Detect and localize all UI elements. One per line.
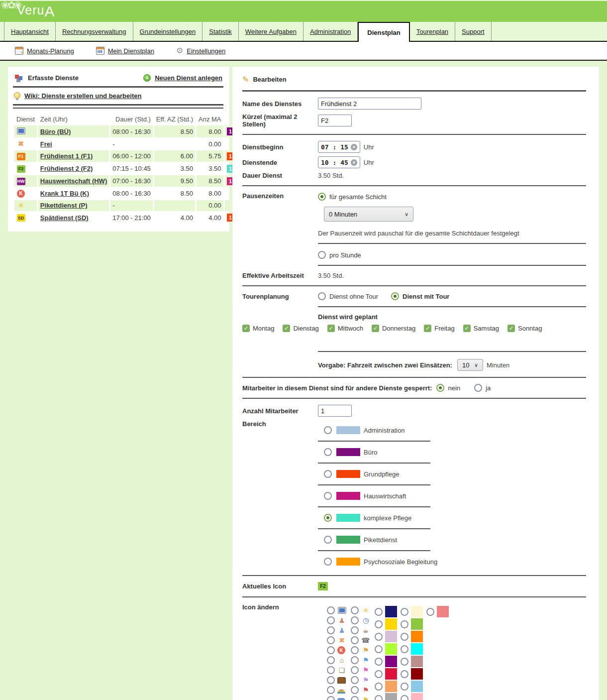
gesperrt-nein-radio[interactable] — [436, 384, 444, 392]
color-radio[interactable] — [375, 670, 383, 678]
icon-radio-picture-icon[interactable] — [327, 666, 335, 674]
icon-radio-phone-icon[interactable] — [351, 636, 359, 644]
tab-tourenplan[interactable]: Tourenplan — [410, 22, 455, 41]
fahrzeit-select[interactable]: 10 ∨ — [457, 359, 483, 371]
service-name-input[interactable] — [318, 98, 421, 110]
bereich-radio-hauswirtschaft[interactable] — [324, 492, 332, 500]
wiki-link[interactable]: Wiki: Dienste erstellen und bearbeiten — [24, 92, 141, 100]
icon-radio-car-icon[interactable] — [327, 696, 335, 700]
bereich-option-administration: Administration — [324, 425, 586, 436]
subnav-item-monats-planung[interactable]: Monats-Planung — [15, 47, 74, 55]
color-radio[interactable] — [401, 645, 408, 653]
icon-option: ☎ — [351, 635, 371, 645]
checkbox-checked-samstag[interactable]: ✓ — [463, 325, 471, 332]
tab-weitere-aufgaben[interactable]: Weitere Aufgaben — [239, 22, 304, 41]
bereich-radio-administration[interactable] — [324, 426, 332, 434]
icon-radio-asterisk-icon[interactable] — [351, 606, 359, 614]
bereich-radio-psychosoziale-begleitung[interactable] — [324, 558, 332, 566]
icon-radio-krank-icon[interactable] — [327, 646, 335, 654]
dienstende-input[interactable]: 10 : 45 × — [318, 156, 360, 168]
color-option — [401, 618, 424, 630]
tab-dienstplan[interactable]: Dienstplan — [358, 22, 409, 42]
bereich-radio-b-ro[interactable] — [324, 448, 332, 456]
tab-statistik[interactable]: Statistik — [202, 22, 239, 41]
tab-grundeinstellungen[interactable]: Grundeinstellungen — [133, 22, 203, 41]
color-radio[interactable] — [375, 658, 383, 666]
icon-radio-flag-orange-icon[interactable] — [351, 646, 359, 654]
icon-radio-alarm-clock-icon[interactable] — [351, 616, 359, 624]
checkbox-checked-dienstag[interactable]: ✓ — [283, 325, 290, 332]
badge-glyph: F1 — [17, 153, 25, 160]
clear-time-icon[interactable]: × — [351, 159, 357, 166]
new-service-link[interactable]: Neuen Dienst anlegen — [155, 74, 222, 82]
tab-rechnungsverwaltung[interactable]: Rechnungsverwaltung — [56, 22, 133, 41]
tab-hauptansicht[interactable]: Hauptansicht — [4, 22, 56, 41]
kuerzel-input[interactable] — [318, 115, 352, 126]
dienst-ohne-tour-radio[interactable] — [318, 292, 326, 300]
icon-radio-flag-pink-icon[interactable] — [351, 666, 359, 674]
service-link[interactable]: Krank 1T Bü (K) — [40, 190, 89, 197]
clear-time-icon[interactable]: × — [351, 144, 357, 150]
bereich-option-label: Grundpflege — [364, 470, 400, 478]
eff-az-cell: 8.00 — [197, 188, 223, 199]
color-radio[interactable] — [401, 683, 408, 691]
color-radio[interactable] — [375, 633, 383, 641]
gear-icon: ⚙ — [176, 47, 183, 54]
color-radio[interactable] — [426, 608, 434, 616]
color-radio[interactable] — [375, 683, 383, 691]
subnav-label: Einstellungen — [187, 47, 225, 55]
checkbox-checked-sonntag[interactable]: ✓ — [507, 325, 515, 332]
color-radio[interactable] — [401, 695, 408, 700]
color-radio[interactable] — [375, 608, 383, 616]
icon-radio-flag-red-icon[interactable] — [351, 686, 359, 694]
bereich-radio-komplexe-pflege[interactable] — [324, 514, 332, 522]
checkbox-checked-mittwoch[interactable]: ✓ — [327, 325, 335, 332]
icon-radio-flag-yellow-icon[interactable] — [351, 696, 359, 700]
icon-radio-chest-icon[interactable] — [327, 676, 335, 684]
divider — [318, 243, 586, 244]
icon-radio-flag-blue-icon[interactable] — [351, 656, 359, 664]
color-radio[interactable] — [401, 670, 408, 678]
color-radio[interactable] — [401, 658, 408, 666]
dienst-mit-tour-radio[interactable] — [391, 292, 399, 300]
subnav-item-mein-dienstplan[interactable]: Mein Dienstplan — [96, 47, 154, 55]
bereich-radio-pikettdienst[interactable] — [324, 536, 332, 544]
icon-radio-cross-icon[interactable] — [327, 636, 335, 644]
checkbox-checked-montag[interactable]: ✓ — [242, 325, 250, 332]
color-radio[interactable] — [401, 620, 408, 628]
service-link[interactable]: Hausweritschaft (HW) — [40, 177, 107, 185]
icon-radio-worker-red-icon[interactable] — [327, 616, 335, 624]
service-link[interactable]: Pikettdienst (P) — [40, 202, 88, 209]
color-radio[interactable] — [375, 645, 383, 653]
icon-radio-flag-violet-icon[interactable] — [351, 676, 359, 684]
subnav-item-einstellungen[interactable]: ⚙Einstellungen — [176, 47, 225, 55]
icon-radio-worker-blue-icon[interactable] — [327, 626, 335, 634]
service-link[interactable]: Spätdienst (SD) — [40, 214, 89, 222]
icon-radio-computer-icon[interactable] — [327, 606, 335, 614]
anzahl-mitarbeiter-input[interactable] — [318, 405, 352, 417]
checkbox-checked-freitag[interactable]: ✓ — [424, 325, 431, 332]
tab-support[interactable]: Support — [455, 22, 492, 41]
service-icon-cell: SD — [14, 212, 37, 224]
checkbox-checked-donnerstag[interactable]: ✓ — [372, 325, 379, 332]
color-option — [375, 680, 398, 693]
service-link[interactable]: Frühdienst 2 (F2) — [40, 165, 93, 172]
dienstbeginn-input[interactable]: 07 : 15 × — [318, 141, 360, 153]
pause-schicht-radio[interactable] — [318, 193, 326, 201]
gesperrt-ja-radio[interactable] — [474, 384, 482, 392]
coffee-cup-icon: ☕ — [361, 626, 370, 634]
icon-radio-coffee-cup-icon[interactable] — [351, 626, 359, 634]
color-radio[interactable] — [375, 620, 383, 628]
icon-radio-rainbow-icon[interactable] — [327, 686, 335, 694]
service-link[interactable]: Büro (BÜ) — [40, 128, 71, 135]
icon-radio-house-icon[interactable] — [327, 656, 335, 664]
color-radio[interactable] — [401, 633, 408, 641]
pause-stunde-radio[interactable] — [318, 251, 326, 259]
bereich-radio-grundpflege[interactable] — [324, 470, 332, 478]
color-radio[interactable] — [375, 695, 383, 700]
tab-administration[interactable]: Administration — [304, 22, 358, 41]
service-link[interactable]: Frühdienst 1 (F1) — [40, 152, 93, 160]
service-link[interactable]: Frei — [40, 140, 52, 148]
color-radio[interactable] — [401, 608, 408, 616]
pause-duration-select[interactable]: 0 Minuten ∨ — [324, 207, 413, 222]
